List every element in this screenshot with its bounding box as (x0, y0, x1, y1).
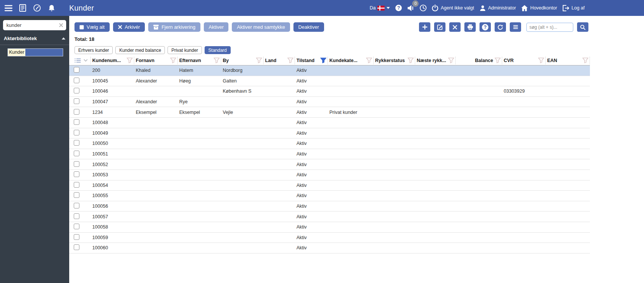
table-row[interactable]: 100057Aktiv (69, 211, 590, 222)
chevron-down-icon[interactable] (84, 59, 88, 62)
filter-funnel-icon[interactable] (214, 58, 220, 63)
table-row[interactable]: 100046København SAktiv03303929 (69, 86, 590, 97)
action-button-fjern-arkivering[interactable]: Fjern arkivering (148, 22, 200, 32)
column-header-rykkerstatus[interactable]: Rykkerstatus (374, 57, 415, 64)
clock-icon[interactable] (420, 5, 427, 11)
row-checkbox[interactable] (74, 78, 79, 83)
add-button[interactable] (419, 22, 430, 32)
table-row[interactable]: 100052Aktiv (69, 159, 590, 170)
column-header-naeste_rykker[interactable]: Næste rykk... (415, 57, 456, 64)
row-checkbox[interactable] (74, 203, 79, 208)
row-checkbox[interactable] (74, 171, 79, 177)
sidebar-section-aktorbibliotek[interactable]: Aktørbibliotek (4, 36, 65, 41)
row-checkbox[interactable] (74, 140, 79, 146)
table-row[interactable]: 100054Aktiv (69, 180, 590, 191)
table-row[interactable]: 1234EksempelEksempelVejleAktivPrivat kun… (69, 107, 590, 118)
column-header-balance[interactable]: Balance (456, 57, 502, 64)
row-checkbox[interactable] (74, 192, 79, 198)
filter-funnel-icon[interactable] (366, 58, 372, 63)
row-checkbox[interactable] (74, 182, 79, 188)
table-row[interactable]: 100060Aktiv (69, 243, 590, 253)
table-row[interactable]: 100050Aktiv (69, 138, 590, 149)
grid-search-input[interactable] (526, 23, 573, 32)
forms-icon[interactable] (19, 4, 27, 12)
filter-funnel-icon[interactable] (170, 58, 176, 63)
refresh-button[interactable] (495, 22, 506, 32)
column-header-cvr[interactable]: CVR (502, 57, 546, 64)
column-selector[interactable] (69, 57, 91, 64)
row-checkbox[interactable] (74, 130, 79, 135)
table-row[interactable]: 100049Aktiv (69, 128, 590, 139)
table-row[interactable]: 100053Aktiv (69, 170, 590, 180)
dashboard-icon[interactable] (33, 4, 41, 12)
column-header-kundekategori[interactable]: Kundekate... (328, 57, 374, 64)
filter-funnel-icon[interactable] (408, 58, 414, 63)
table-row[interactable]: 100045AlexanderHøegGaltenAktiv (69, 76, 590, 87)
sidebar-search-input[interactable] (3, 22, 57, 28)
cell-by: Vejle (221, 110, 264, 115)
office-menu[interactable]: Hovedkontor (521, 5, 557, 11)
table-row[interactable]: 100055Aktiv (69, 191, 590, 201)
row-checkbox[interactable] (74, 67, 79, 73)
column-header-ean[interactable]: EAN (546, 57, 590, 64)
clear-search-icon[interactable] (57, 23, 66, 27)
action-button-aktiver-med-samtykke[interactable]: Aktiver med samtykke (232, 22, 290, 32)
print-button[interactable] (464, 22, 476, 32)
view-filter-standard[interactable]: Standard (205, 46, 231, 54)
bell-icon[interactable] (47, 5, 56, 12)
column-header-land[interactable]: Land (264, 57, 295, 64)
action-button-deaktiver[interactable]: Deaktiver (293, 22, 324, 32)
search-button[interactable] (577, 22, 588, 32)
menu-icon[interactable] (4, 5, 12, 11)
column-header-tilstand[interactable]: Tilstand (295, 57, 328, 64)
row-checkbox[interactable] (74, 161, 79, 167)
row-checkbox[interactable] (74, 151, 79, 156)
column-header-by[interactable]: By (221, 57, 264, 64)
filter-funnel-icon[interactable] (448, 58, 454, 63)
filter-funnel-icon[interactable] (287, 58, 293, 63)
table-row[interactable]: 200KhaledHatemNordborgAktiv (69, 65, 590, 76)
action-button-arkiv-r[interactable]: Arkivér (113, 22, 145, 32)
filter-funnel-icon[interactable] (127, 58, 133, 63)
cell-tilstand: Aktiv (295, 162, 328, 167)
table-row[interactable]: 100047AlexanderRyeAktiv (69, 97, 590, 107)
table-row[interactable]: 100059Aktiv (69, 233, 590, 243)
sidebar-item-kunder[interactable]: Kunder (8, 48, 63, 56)
view-filter-kunder-med-balance[interactable]: Kunder med balance (115, 46, 165, 54)
notifications-button[interactable]: 0 (407, 5, 414, 11)
filter-funnel-icon[interactable] (538, 58, 544, 63)
table-row[interactable]: 100051Aktiv (69, 149, 590, 160)
filter-funnel-icon[interactable] (495, 58, 501, 63)
help-icon[interactable]: ? (395, 5, 402, 11)
row-checkbox[interactable] (74, 244, 79, 250)
menu-button[interactable] (510, 22, 521, 32)
language-selector[interactable]: Da (369, 5, 390, 11)
help-button[interactable]: ? (480, 22, 491, 32)
table-row[interactable]: 100056Aktiv (69, 201, 590, 212)
row-checkbox[interactable] (74, 224, 79, 229)
filter-funnel-icon[interactable] (256, 58, 262, 63)
agent-selector[interactable]: Agent ikke valgt (432, 5, 474, 11)
row-checkbox[interactable] (74, 109, 79, 115)
column-header-efternavn[interactable]: Efternavn (178, 57, 221, 64)
action-button-aktiver[interactable]: Aktiver (204, 22, 229, 32)
row-checkbox[interactable] (74, 213, 79, 219)
toolbar-icon-actions: ? (419, 22, 521, 32)
table-row[interactable]: 100058Aktiv (69, 222, 590, 233)
row-checkbox[interactable] (74, 119, 79, 125)
column-header-kundenummer[interactable]: Kundenum... (91, 57, 134, 64)
logout-button[interactable]: Log af (562, 5, 585, 11)
view-filter-erhvers-kunder[interactable]: Erhvers kunder (74, 46, 113, 54)
row-checkbox[interactable] (74, 98, 79, 104)
table-row[interactable]: 100048Aktiv (69, 118, 590, 128)
row-checkbox[interactable] (74, 88, 79, 93)
edit-button[interactable] (434, 22, 445, 32)
action-button-vælg-alt[interactable]: Vælg alt (74, 22, 110, 32)
view-filter-privat-kunder[interactable]: Privat kunder (168, 46, 202, 54)
delete-button[interactable] (449, 22, 461, 32)
row-checkbox[interactable] (74, 234, 79, 240)
filter-funnel-icon[interactable] (582, 58, 588, 63)
user-menu[interactable]: Administrator (480, 5, 516, 11)
column-header-fornavn[interactable]: Fornavn (134, 57, 178, 64)
filter-funnel-icon[interactable] (320, 58, 326, 63)
